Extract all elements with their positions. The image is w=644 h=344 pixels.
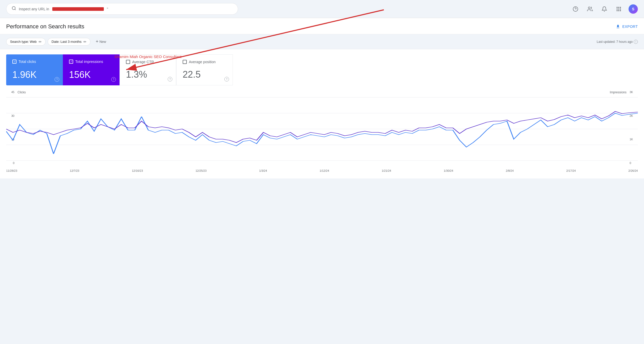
help-icon[interactable]	[571, 4, 580, 14]
apps-icon[interactable]	[614, 4, 623, 14]
metrics-row: Total clicks 1.96K ? Total impressions 1…	[6, 54, 638, 85]
svg-rect-5	[617, 7, 618, 8]
position-checkbox[interactable]	[183, 60, 187, 64]
position-help-icon[interactable]: ?	[224, 77, 229, 81]
metric-label-position: Average position	[183, 60, 226, 64]
impressions-value: 156K	[69, 69, 113, 80]
chart-left-axis-title: Clicks	[18, 91, 26, 94]
x-label-5: 1/12/24	[320, 169, 329, 172]
avg-ctr-card[interactable]: Average CTR 1.3% ?	[120, 54, 176, 85]
svg-rect-9	[618, 9, 619, 10]
x-label-8: 2/8/24	[506, 169, 514, 172]
svg-rect-8	[617, 9, 618, 10]
new-filter-button[interactable]: + New	[92, 37, 109, 46]
avg-position-card[interactable]: Average position 22.5 ?	[176, 54, 233, 85]
top-bar-icons: S	[571, 4, 638, 14]
account-icon[interactable]	[585, 4, 595, 14]
y-axis-right: 3K 2K 1K 0	[628, 91, 638, 165]
svg-rect-7	[620, 7, 621, 8]
metric-label-ctr: Average CTR	[126, 60, 170, 64]
metric-label-clicks: Total clicks	[12, 60, 57, 64]
y-right-2k: 2K	[630, 114, 633, 117]
page-header: Performance on Search results EXPORT	[6, 18, 638, 34]
clicks-value: 1.96K	[12, 69, 57, 80]
main-content: Performance on Search results EXPORT Sea…	[0, 18, 644, 178]
metric-label-impressions: Total impressions	[69, 60, 113, 64]
clicks-help-icon[interactable]: ?	[55, 77, 59, 82]
x-label-2: 12/16/23	[132, 169, 143, 172]
ctr-value: 1.3%	[126, 69, 170, 80]
plus-icon: +	[96, 39, 98, 44]
x-label-7: 1/30/24	[444, 169, 453, 172]
svg-rect-6	[618, 7, 619, 8]
svg-rect-10	[620, 9, 621, 10]
chart-svg	[6, 95, 638, 167]
x-label-10: 2/26/24	[628, 169, 638, 172]
search-icon	[12, 6, 16, 12]
svg-line-1	[15, 9, 15, 10]
clicks-checkbox[interactable]	[12, 60, 16, 64]
new-label: New	[99, 40, 106, 44]
info-icon[interactable]: i	[634, 40, 638, 44]
svg-rect-11	[617, 10, 618, 11]
date-label: Date: Last 3 months	[52, 40, 81, 44]
last-updated: Last updated: 7 hours ago i	[597, 40, 638, 44]
page-title: Performance on Search results	[6, 23, 84, 30]
notifications-icon[interactable]	[600, 4, 609, 14]
svg-rect-12	[618, 10, 619, 11]
x-label-3: 12/25/23	[196, 169, 207, 172]
x-label-6: 1/21/24	[382, 169, 391, 172]
x-label-4: 1/3/24	[259, 169, 267, 172]
impressions-checkbox[interactable]	[69, 60, 73, 64]
x-axis-labels: 11/28/23 12/7/23 12/16/23 12/25/23 1/3/2…	[6, 168, 638, 172]
x-label-9: 2/17/24	[566, 169, 576, 172]
filter-bar: Search type: Web ✏ Date: Last 3 months ✏…	[0, 34, 644, 49]
date-filter[interactable]: Date: Last 3 months ✏	[48, 38, 90, 46]
y-right-0: 0	[630, 161, 631, 165]
svg-point-4	[588, 7, 590, 9]
search-type-label: Search type: Web	[10, 40, 37, 44]
ctr-checkbox[interactable]	[126, 60, 130, 64]
search-box[interactable]: Inspect any URL in "	[6, 3, 238, 15]
y-right-3k: 3K	[630, 91, 633, 94]
url-suffix: "	[107, 7, 108, 11]
position-value: 22.5	[183, 69, 226, 80]
svg-rect-13	[620, 10, 621, 11]
export-button[interactable]: EXPORT	[616, 24, 638, 29]
y-right-1k: 1K	[630, 138, 633, 141]
y-left-45: 45	[11, 91, 14, 94]
total-clicks-card[interactable]: Total clicks 1.96K ?	[6, 54, 63, 85]
impressions-help-icon[interactable]: ?	[111, 77, 116, 82]
x-label-0: 11/28/23	[6, 169, 17, 172]
chart-right-axis-title: Impressions	[610, 91, 626, 94]
edit-icon-date: ✏	[83, 40, 87, 44]
export-label: EXPORT	[622, 24, 638, 29]
total-impressions-card[interactable]: Total impressions 156K ?	[63, 54, 120, 85]
search-type-filter[interactable]: Search type: Web ✏	[6, 38, 46, 46]
svg-point-2	[573, 6, 578, 11]
ctr-help-icon[interactable]: ?	[168, 77, 172, 81]
search-placeholder: Inspect any URL in	[19, 7, 49, 11]
chart-svg-container: 11/28/23 12/7/23 12/16/23 12/25/23 1/3/2…	[6, 95, 638, 172]
avatar[interactable]: S	[629, 4, 638, 14]
svg-point-0	[12, 6, 15, 10]
top-bar: Inspect any URL in "	[0, 0, 644, 18]
edit-icon: ✏	[39, 40, 42, 44]
chart-area: Clicks Impressions 45 30 15 0	[6, 91, 638, 172]
x-label-1: 12/7/23	[70, 169, 79, 172]
url-redacted	[52, 7, 104, 11]
